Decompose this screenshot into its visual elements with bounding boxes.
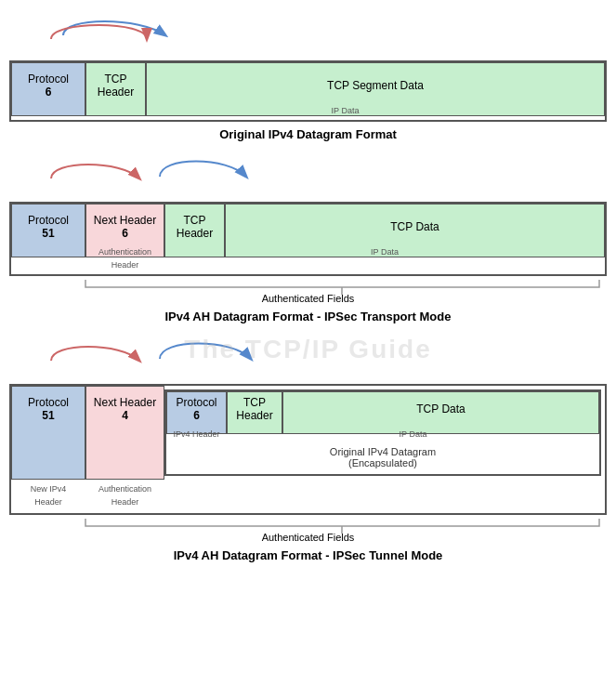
d2-protocol-value: 51 [42,227,54,240]
d2-title: IPv4 AH Datagram Format - IPSec Transpor… [9,310,607,323]
d2-tcp-data-text: TCP Data [390,220,439,233]
d2-next-header-label: Next Header [94,214,156,227]
d3-title: IPv4 AH Datagram Format - IPSec Tunnel M… [9,548,607,562]
d3-auth-header-cell: Next Header 4 [85,386,164,480]
d3-next-header-value: 4 [122,409,128,422]
d1-ipv4-cell: Protocol 6 [11,62,85,116]
d2-auth-label: AuthenticationHeader [85,244,164,270]
d2-protocol-label: Protocol [28,214,69,227]
d3-inner-proto-label: Protocol [176,396,216,409]
d3-arrows [9,333,604,384]
d2-tcp-header-text: TCPHeader [177,214,213,240]
d3-inner-tcp-text: TCPHeader [236,396,272,422]
d3-inner-proto-value: 6 [193,409,200,422]
d2-ip-data-label: IP Data [164,244,605,257]
d2-ipv4-cell: Protocol 51 [11,204,85,257]
d3-orig-datagram-label: Original IPv4 Datagram(Encapsulated) [166,442,599,474]
d2-arrows [9,151,604,202]
d2-next-header-value: 6 [122,227,128,240]
d1-protocol-value: 6 [46,86,52,99]
d3-protocol-label: Protocol [28,396,69,409]
d3-new-ipv4-cell: Protocol 51 [11,386,85,480]
d3-protocol-value: 51 [42,409,54,422]
d1-tcp-text: TCPHeader [98,73,134,99]
d2-auth-fields-label: Authenticated Fields [9,293,607,304]
diagram-3: Protocol 51 Next Header 4 Protocol 6 [9,333,607,562]
d2-frame: Protocol 51 Next Header 6 TCPHeader TCP … [9,202,607,276]
d1-tcp-data-text: TCP Segment Data [327,79,424,92]
d3-inner-labels: IPv4 Header IP Data [166,425,599,442]
d3-auth-brace-container: Authenticated Fields [9,517,607,543]
d1-protocol-label: Protocol [28,73,69,86]
d1-title: Original IPv4 Datagram Format [9,127,607,141]
d3-outer-labels: New IPv4Header AuthenticationHeader [11,480,605,513]
diagram-1: Protocol 6 TCPHeader TCP Segment Data IP… [9,9,607,141]
d3-inner-tcp-data-text: TCP Data [416,402,465,415]
d3-frame: Protocol 51 Next Header 4 Protocol 6 [9,384,607,515]
d3-next-header-label: Next Header [94,396,156,409]
d1-ip-data-label: IP Data [85,103,605,116]
d2-auth-brace-container: Authenticated Fields [9,278,607,304]
d3-inner-ipv4-label: IPv4 Header [166,427,227,440]
diagram-2: Protocol 51 Next Header 6 TCPHeader TCP … [9,151,607,323]
d1-frame: Protocol 6 TCPHeader TCP Segment Data IP… [9,60,607,122]
d3-new-ipv4-label: New IPv4Header [11,481,85,508]
d3-auth-fields-label: Authenticated Fields [9,532,607,543]
d3-auth-header-label: AuthenticationHeader [85,481,164,508]
d3-inner-frame: Protocol 6 TCPHeader TCP Data IPv4 He [164,389,601,476]
d3-inner-ipdata-label: IP Data [227,427,599,440]
